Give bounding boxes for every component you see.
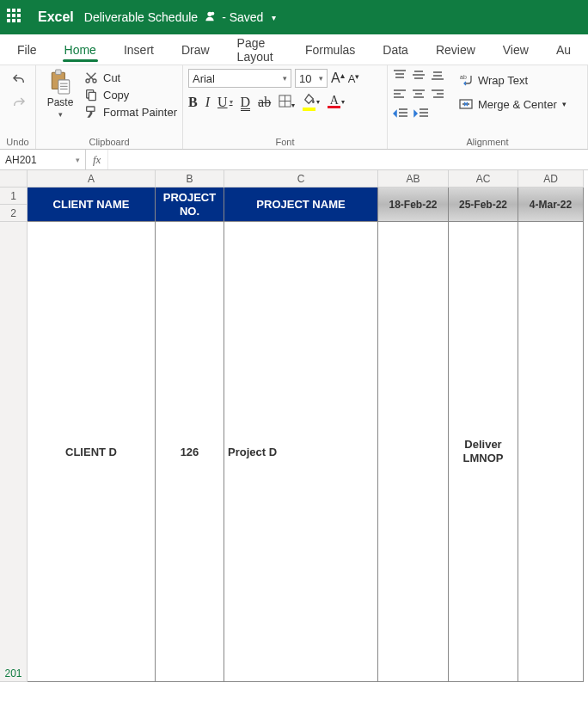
merge-center-button[interactable]: Merge & Center ▾: [455, 95, 571, 114]
spreadsheet-grid: A B C AB AC AD 1 2 201 CLIENT NAME PROJE…: [0, 170, 588, 682]
redo-button[interactable]: [11, 95, 27, 114]
font-size-select[interactable]: 10▾: [295, 69, 328, 88]
tab-formulas[interactable]: Formulas: [291, 36, 369, 64]
formula-input[interactable]: [108, 150, 588, 169]
row-header-1[interactable]: 1: [0, 188, 28, 205]
svg-rect-2: [56, 70, 61, 74]
cut-label: Cut: [103, 71, 120, 84]
align-bottom-button[interactable]: [431, 69, 444, 83]
tab-page-layout[interactable]: Page Layout: [224, 29, 291, 71]
cell-ac[interactable]: Deliver LMNOP: [449, 222, 518, 682]
paste-button[interactable]: Paste ▾: [41, 69, 79, 119]
select-all-corner[interactable]: [0, 170, 28, 188]
underline-button[interactable]: U▾: [217, 95, 233, 110]
cell-client[interactable]: CLIENT D: [28, 222, 156, 682]
align-center-button[interactable]: [412, 88, 426, 102]
svg-text:ab: ab: [460, 74, 467, 80]
document-name: Deliverable Schedule: [84, 10, 198, 24]
chevron-down-icon: ▾: [283, 74, 287, 83]
cell-project-name[interactable]: Project D: [224, 222, 378, 682]
share-icon: [203, 9, 217, 26]
chevron-down-icon: ▾: [319, 74, 323, 83]
format-painter-label: Format Painter: [103, 106, 177, 119]
group-label-font: Font: [188, 135, 382, 149]
format-painter-button[interactable]: Format Painter: [84, 105, 177, 119]
grow-font-button[interactable]: A▴: [331, 71, 345, 86]
tab-data[interactable]: Data: [369, 36, 422, 64]
table-header-row: CLIENT NAME PROJECT NO. PROJECT NAME 18-…: [28, 188, 588, 222]
font-name-select[interactable]: Arial▾: [188, 69, 291, 88]
wrap-text-label: Wrap Text: [478, 74, 528, 87]
col-header-ab[interactable]: AB: [378, 170, 449, 188]
tab-file[interactable]: File: [3, 36, 51, 64]
app-name: Excel: [38, 9, 74, 25]
decrease-indent-button[interactable]: [393, 107, 408, 123]
wrap-text-button[interactable]: ab Wrap Text: [455, 71, 571, 89]
tab-automate[interactable]: Au: [542, 36, 585, 64]
undo-button[interactable]: [11, 72, 27, 90]
col-header-ad[interactable]: AD: [518, 170, 584, 188]
title-bar: Excel Deliverable Schedule - Saved ▾: [0, 0, 588, 34]
tab-draw[interactable]: Draw: [168, 36, 224, 64]
tab-view[interactable]: View: [489, 36, 542, 64]
tab-home[interactable]: Home: [51, 36, 110, 64]
col-header-a[interactable]: A: [28, 170, 156, 188]
merge-center-label: Merge & Center: [478, 98, 557, 111]
col-header-c[interactable]: C: [224, 170, 378, 188]
col-header-b[interactable]: B: [156, 170, 224, 188]
align-top-button[interactable]: [393, 69, 407, 83]
name-box-value: AH201: [5, 154, 37, 166]
col-header-ac[interactable]: AC: [449, 170, 518, 188]
row-header-201[interactable]: 201: [0, 222, 28, 682]
save-status: - Saved: [222, 10, 263, 24]
header-date-1[interactable]: 18-Feb-22: [378, 188, 449, 222]
table-row: CLIENT D 126 Project D Deliver LMNOP: [28, 222, 588, 682]
chevron-down-icon: ▾: [562, 100, 567, 108]
tab-insert[interactable]: Insert: [110, 36, 168, 64]
font-name-value: Arial: [193, 72, 215, 85]
group-label-undo: Undo: [5, 135, 30, 149]
group-label-clipboard: Clipboard: [41, 135, 177, 149]
copy-button[interactable]: Copy: [84, 88, 177, 101]
increase-indent-button[interactable]: [413, 107, 429, 123]
shrink-font-button[interactable]: A▾: [348, 72, 360, 85]
header-date-2[interactable]: 25-Feb-22: [449, 188, 518, 222]
header-date-3[interactable]: 4-Mar-22: [518, 188, 584, 222]
cell-project-no[interactable]: 126: [156, 222, 224, 682]
chevron-down-icon: ▾: [272, 13, 276, 22]
ribbon: Undo Paste ▾ Cut Copy Format Pa: [0, 65, 588, 150]
header-project-no[interactable]: PROJECT NO.: [156, 188, 224, 222]
borders-button[interactable]: ▾: [279, 95, 295, 110]
copy-label: Copy: [103, 89, 129, 101]
app-launcher-icon[interactable]: [7, 9, 24, 26]
row-header-2[interactable]: 2: [0, 205, 28, 222]
double-underline-button[interactable]: D: [241, 95, 251, 110]
row-headers: 1 2 201: [0, 188, 28, 682]
svg-rect-12: [89, 92, 95, 100]
strikethrough-button[interactable]: ab: [258, 95, 271, 110]
header-client-name[interactable]: CLIENT NAME: [28, 188, 156, 222]
font-size-value: 10: [299, 72, 311, 85]
ribbon-tabs: File Home Insert Draw Page Layout Formul…: [0, 34, 588, 65]
align-middle-button[interactable]: [412, 69, 426, 83]
align-right-button[interactable]: [431, 88, 444, 102]
document-title[interactable]: Deliverable Schedule - Saved ▾: [84, 9, 277, 26]
column-headers: A B C AB AC AD: [28, 170, 588, 188]
italic-button[interactable]: I: [205, 95, 210, 110]
chevron-down-icon: ▾: [58, 110, 63, 119]
tab-review[interactable]: Review: [422, 36, 489, 64]
font-color-button[interactable]: A ▾: [328, 95, 345, 108]
formula-bar: AH201 ▾ fx: [0, 150, 588, 170]
bold-button[interactable]: B: [188, 95, 198, 110]
cell-ad[interactable]: [518, 222, 584, 682]
chevron-down-icon: ▾: [76, 156, 80, 164]
cell-ab[interactable]: [378, 222, 449, 682]
header-project-name[interactable]: PROJECT NAME: [224, 188, 378, 222]
group-label-alignment: Alignment: [393, 135, 582, 149]
fill-color-button[interactable]: ▾: [303, 93, 320, 111]
name-box[interactable]: AH201 ▾: [0, 150, 86, 169]
align-left-button[interactable]: [393, 88, 407, 102]
cut-button[interactable]: Cut: [84, 71, 177, 84]
svg-rect-13: [87, 107, 95, 111]
fx-icon[interactable]: fx: [86, 150, 108, 169]
